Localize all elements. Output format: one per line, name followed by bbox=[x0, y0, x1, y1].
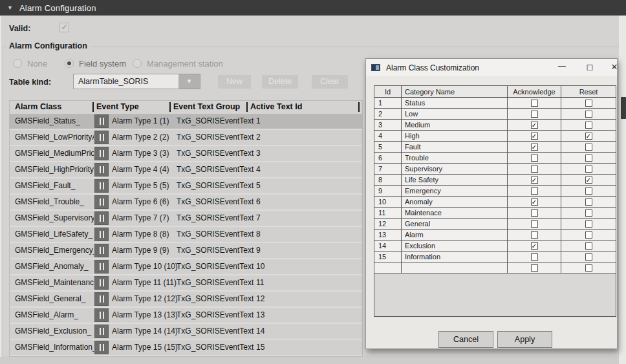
event-type-pause-button[interactable] bbox=[94, 195, 109, 209]
cancel-button[interactable]: Cancel bbox=[438, 331, 493, 348]
event-text-group-cell: TxG_SORISEventText bbox=[177, 246, 254, 255]
event-type-pause-button[interactable] bbox=[94, 131, 109, 144]
acknowledge-checkbox[interactable] bbox=[531, 111, 538, 118]
table-row[interactable]: GMSField_Anomaly_Alarm Type 10 (10)TxG_S… bbox=[10, 259, 362, 274]
table-row[interactable]: GMSField_MediumPrioAlarm Type 3 (3)TxG_S… bbox=[10, 146, 362, 161]
active-text-id-cell: 7 bbox=[256, 213, 261, 222]
column-header-alarm-class[interactable]: Alarm Class bbox=[15, 102, 61, 111]
valid-checkbox[interactable]: ✓ bbox=[59, 23, 69, 32]
reset-checkbox[interactable]: ✓ bbox=[585, 177, 592, 184]
column-header-category-name[interactable]: Category Name bbox=[402, 86, 508, 97]
acknowledge-checkbox[interactable] bbox=[531, 100, 538, 107]
collapse-triangle-icon[interactable]: ▼ bbox=[7, 5, 13, 11]
reset-checkbox[interactable] bbox=[585, 253, 592, 261]
table-row[interactable]: GMSField_Emergency_Alarm Type 9 (9)TxG_S… bbox=[10, 243, 362, 258]
table-row[interactable]: GMSField_Information_Alarm Type 15 (15)T… bbox=[10, 340, 362, 355]
clear-button[interactable]: Clear bbox=[312, 75, 348, 89]
reset-checkbox[interactable] bbox=[585, 166, 592, 173]
table-row[interactable]: GMSField_HighPriority.Alarm Type 4 (4)Tx… bbox=[10, 162, 362, 177]
category-grid-header: Id Category Name Acknowledge Reset bbox=[374, 86, 616, 98]
chevron-down-icon[interactable]: ▼ bbox=[178, 74, 200, 89]
category-name-cell: Trouble bbox=[402, 153, 508, 163]
table-row[interactable]: GMSField_Alarm_Alarm Type 13 (13)TxG_SOR… bbox=[10, 308, 362, 323]
category-row: 12General bbox=[374, 219, 616, 230]
acknowledge-checkbox[interactable] bbox=[531, 264, 538, 272]
vertical-scrollbar-thumb[interactable] bbox=[621, 97, 626, 119]
close-icon[interactable]: ✕ bbox=[607, 61, 621, 74]
dialog-app-icon bbox=[371, 64, 380, 71]
category-row: 15Information bbox=[374, 252, 616, 262]
reset-checkbox[interactable] bbox=[585, 122, 592, 129]
table-row[interactable]: GMSField_Fault_Alarm Type 5 (5)TxG_SORIS… bbox=[10, 178, 362, 193]
reset-checkbox[interactable] bbox=[585, 242, 592, 250]
event-type-pause-button[interactable] bbox=[94, 114, 109, 128]
acknowledge-checkbox[interactable] bbox=[531, 187, 538, 195]
table-row[interactable]: GMSField_Status_Alarm Type 1 (1)TxG_SORI… bbox=[10, 114, 362, 129]
reset-checkbox[interactable] bbox=[585, 209, 592, 217]
acknowledge-checkbox[interactable] bbox=[531, 209, 538, 217]
event-type-pause-button[interactable] bbox=[94, 163, 109, 177]
reset-checkbox[interactable] bbox=[585, 155, 592, 162]
table-row[interactable]: GMSField_Trouble_Alarm Type 6 (6)TxG_SOR… bbox=[10, 195, 362, 209]
reset-cell bbox=[561, 109, 616, 119]
table-row[interactable]: GMSField_LifeSafety_Alarm Type 8 (8)TxG_… bbox=[10, 227, 362, 242]
event-type-pause-button[interactable] bbox=[94, 147, 109, 160]
acknowledge-checkbox[interactable]: ✓ bbox=[531, 177, 538, 184]
event-type-pause-button[interactable] bbox=[94, 179, 109, 193]
table-row[interactable]: GMSField_Exclusion_Alarm Type 14 (14)TxG… bbox=[10, 324, 362, 339]
acknowledge-checkbox[interactable]: ✓ bbox=[531, 242, 538, 250]
reset-checkbox[interactable] bbox=[585, 100, 592, 107]
table-row[interactable]: GMSField_Supervisory_Alarm Type 7 (7)TxG… bbox=[10, 211, 362, 226]
column-header-event-type[interactable]: Event Type bbox=[96, 102, 139, 111]
column-header-active-text-id[interactable]: Active Text Id bbox=[250, 102, 302, 111]
reset-checkbox[interactable] bbox=[585, 111, 592, 118]
apply-button[interactable]: Apply bbox=[497, 331, 552, 348]
table-row[interactable]: GMSField_General_Alarm Type 12 (12)TxG_S… bbox=[10, 292, 362, 306]
column-header-id[interactable]: Id bbox=[374, 86, 402, 97]
new-button[interactable]: New bbox=[218, 75, 251, 89]
acknowledge-checkbox[interactable]: ✓ bbox=[531, 133, 538, 140]
reset-checkbox[interactable] bbox=[585, 220, 592, 228]
event-type-pause-button[interactable] bbox=[94, 276, 109, 290]
event-type-pause-button[interactable] bbox=[94, 292, 109, 306]
reset-checkbox[interactable] bbox=[585, 198, 592, 206]
alarm-class-cell: GMSField_Information_ bbox=[15, 343, 94, 352]
acknowledge-checkbox[interactable]: ✓ bbox=[531, 122, 538, 129]
table-row[interactable]: GMSField_MaintenanceAlarm Type 11 (11)Tx… bbox=[10, 275, 362, 290]
radio-management-station[interactable]: Management station bbox=[133, 58, 223, 69]
event-type-pause-button[interactable] bbox=[94, 228, 109, 241]
minimize-button[interactable]: — bbox=[555, 61, 569, 74]
acknowledge-checkbox[interactable] bbox=[531, 166, 538, 173]
acknowledge-checkbox[interactable] bbox=[531, 253, 538, 261]
id-cell: 6 bbox=[374, 153, 402, 163]
table-kind-select[interactable]: AlarmTable_SORIS ▼ bbox=[73, 74, 200, 89]
category-row: 5Fault✓ bbox=[374, 142, 616, 153]
reset-checkbox[interactable] bbox=[585, 231, 592, 239]
table-row[interactable]: GMSField_LowPriorityAAlarm Type 2 (2)TxG… bbox=[10, 130, 362, 145]
acknowledge-checkbox[interactable] bbox=[531, 231, 538, 239]
column-header-event-text-group[interactable]: Event Text Group bbox=[173, 102, 240, 111]
reset-checkbox[interactable]: ✓ bbox=[585, 133, 592, 140]
id-cell: 1 bbox=[374, 98, 402, 108]
reset-checkbox[interactable] bbox=[585, 187, 592, 195]
acknowledge-checkbox[interactable] bbox=[531, 220, 538, 228]
column-header-acknowledge[interactable]: Acknowledge bbox=[508, 86, 561, 97]
event-type-pause-button[interactable] bbox=[94, 211, 109, 225]
acknowledge-checkbox[interactable] bbox=[531, 155, 538, 162]
column-header-reset[interactable]: Reset bbox=[561, 86, 616, 97]
event-type-pause-button[interactable] bbox=[94, 244, 109, 257]
category-row: 7Supervisory bbox=[374, 164, 616, 175]
acknowledge-checkbox[interactable]: ✓ bbox=[531, 198, 538, 206]
radio-field-system[interactable]: Field system bbox=[65, 58, 126, 69]
reset-checkbox[interactable] bbox=[585, 264, 592, 272]
event-type-pause-button[interactable] bbox=[94, 260, 109, 273]
maximize-button[interactable]: ◻ bbox=[583, 61, 597, 74]
event-type-pause-button[interactable] bbox=[94, 325, 109, 338]
delete-button[interactable]: Delete bbox=[262, 75, 298, 89]
reset-checkbox[interactable] bbox=[585, 144, 592, 151]
event-type-pause-button[interactable] bbox=[94, 308, 109, 322]
dialog-titlebar[interactable]: Alarm Class Customization — ◻ ✕ bbox=[366, 59, 617, 76]
radio-none[interactable]: None bbox=[13, 58, 47, 69]
acknowledge-checkbox[interactable]: ✓ bbox=[531, 144, 538, 151]
event-type-pause-button[interactable] bbox=[94, 341, 109, 354]
